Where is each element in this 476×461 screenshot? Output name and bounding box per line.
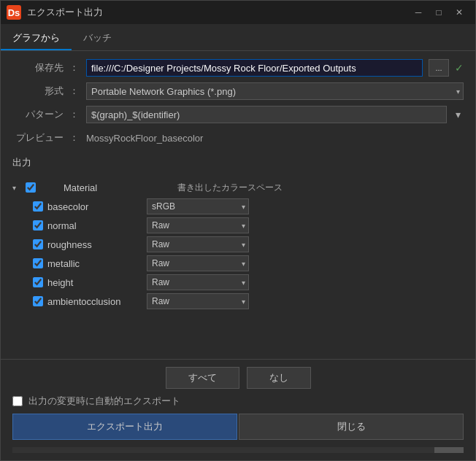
scrollbar-area xyxy=(12,447,464,453)
preview-colon: ： xyxy=(69,131,79,144)
minimize-button[interactable]: ─ xyxy=(408,4,429,21)
height-colorspace-select[interactable]: Raw sRGB Linear xyxy=(147,274,249,290)
tree-row: roughness Raw sRGB Linear xyxy=(20,235,464,254)
output-row: 出力 xyxy=(12,152,464,171)
basecolor-checkbox[interactable] xyxy=(33,201,43,212)
roughness-checkbox[interactable] xyxy=(33,239,43,249)
tab-batch[interactable]: バッチ xyxy=(72,27,123,50)
main-content: 保存先 ： ... ✓ 形式 ： Portable Network Graphi… xyxy=(1,51,475,359)
normal-colorspace-select[interactable]: Raw sRGB Linear xyxy=(147,217,249,233)
height-colorspace-select-wrapper: Raw sRGB Linear xyxy=(147,274,249,290)
save-label: 保存先 xyxy=(12,61,64,74)
metallic-colorspace-select[interactable]: Raw sRGB Linear xyxy=(147,255,249,271)
maximize-button[interactable]: □ xyxy=(429,4,449,21)
export-button[interactable]: エクスポート出力 xyxy=(12,414,237,440)
title-bar: Ds エクスポート出力 ─ □ ✕ xyxy=(1,1,475,24)
format-colon: ： xyxy=(69,85,79,98)
basecolor-colorspace-select-wrapper: sRGB Raw Linear xyxy=(147,198,249,214)
window-controls: ─ □ ✕ xyxy=(408,4,469,21)
material-expand-icon[interactable]: ▾ xyxy=(12,184,21,192)
roughness-label: roughness xyxy=(47,239,142,250)
pattern-row: パターン ： ▾ xyxy=(12,105,464,124)
scrollbar-thumb[interactable] xyxy=(434,447,464,453)
pattern-colon: ： xyxy=(69,108,79,121)
normal-label: normal xyxy=(47,220,142,231)
app-icon: Ds xyxy=(7,5,21,20)
tree-row: normal Raw sRGB Linear xyxy=(20,216,464,235)
preview-value: MossyRockFloor_basecolor xyxy=(86,133,203,144)
basecolor-colorspace-select[interactable]: sRGB Raw Linear xyxy=(147,198,249,214)
pattern-expand-button[interactable]: ▾ xyxy=(453,107,464,122)
format-label: 形式 xyxy=(12,85,64,98)
save-path-input[interactable] xyxy=(86,59,423,77)
output-label: 出力 xyxy=(12,156,31,169)
roughness-colorspace-select[interactable]: Raw sRGB Linear xyxy=(147,236,249,252)
close-window-button[interactable]: ✕ xyxy=(449,4,469,21)
ambientocclusion-checkbox[interactable] xyxy=(33,296,43,306)
all-none-row: すべて なし xyxy=(12,367,464,389)
save-path-row: 保存先 ： ... ✓ xyxy=(12,58,464,77)
material-group-checkbox[interactable] xyxy=(26,182,36,193)
main-window: Ds エクスポート出力 ─ □ ✕ グラフから バッチ 保存先 ： ... ✓ … xyxy=(0,0,476,461)
height-label: height xyxy=(47,277,142,288)
tree-container: ▾ Material 書き出したカラースペース basecolor sR xyxy=(12,178,464,311)
normal-colorspace-select-wrapper: Raw sRGB Linear xyxy=(147,217,249,233)
material-header-row: ▾ Material 書き出したカラースペース xyxy=(12,178,464,197)
window-title: エクスポート出力 xyxy=(27,6,408,19)
save-colon: ： xyxy=(69,61,79,74)
metallic-label: metallic xyxy=(47,258,142,269)
material-group-label: Material xyxy=(64,182,158,193)
ambientocclusion-colorspace-select[interactable]: Raw sRGB Linear xyxy=(147,293,249,309)
auto-export-label: 出力の変更時に自動的エクスポート xyxy=(28,395,180,408)
tree-row: height Raw sRGB Linear xyxy=(20,273,464,292)
basecolor-label: basecolor xyxy=(47,201,142,212)
tree-row: ambientocclusion Raw sRGB Linear xyxy=(20,292,464,311)
format-select[interactable]: Portable Network Graphics (*.png) xyxy=(86,82,464,100)
bottom-bar: すべて なし 出力の変更時に自動的エクスポート エクスポート出力 閉じる xyxy=(1,359,475,460)
tree-row: basecolor sRGB Raw Linear xyxy=(20,197,464,216)
check-icon: ✓ xyxy=(455,62,464,74)
action-row: エクスポート出力 閉じる xyxy=(12,414,464,440)
tab-bar: グラフから バッチ xyxy=(1,24,475,51)
colorspace-column-header: 書き出したカラースペース xyxy=(177,182,283,194)
browse-button[interactable]: ... xyxy=(429,59,449,77)
ambientocclusion-colorspace-select-wrapper: Raw sRGB Linear xyxy=(147,293,249,309)
height-checkbox[interactable] xyxy=(33,277,43,287)
metallic-colorspace-select-wrapper: Raw sRGB Linear xyxy=(147,255,249,271)
all-button[interactable]: すべて xyxy=(166,367,239,389)
close-dialog-button[interactable]: 閉じる xyxy=(239,414,464,440)
tree-row: metallic Raw sRGB Linear xyxy=(20,254,464,273)
preview-label: プレビュー xyxy=(12,131,64,144)
pattern-label: パターン xyxy=(12,108,64,121)
pattern-input[interactable] xyxy=(86,106,447,123)
metallic-checkbox[interactable] xyxy=(33,258,43,268)
normal-checkbox[interactable] xyxy=(33,220,43,230)
tab-graph[interactable]: グラフから xyxy=(1,27,72,50)
roughness-colorspace-select-wrapper: Raw sRGB Linear xyxy=(147,236,249,252)
material-items: basecolor sRGB Raw Linear xyxy=(20,197,464,311)
auto-export-checkbox[interactable] xyxy=(12,396,23,406)
format-row: 形式 ： Portable Network Graphics (*.png) xyxy=(12,82,464,101)
preview-row: プレビュー ： MossyRockFloor_basecolor xyxy=(12,128,464,147)
output-section: ▾ Material 書き出したカラースペース basecolor sR xyxy=(12,175,464,352)
ambientocclusion-label: ambientocclusion xyxy=(47,296,142,307)
auto-export-row: 出力の変更時に自動的エクスポート xyxy=(12,395,464,408)
none-button[interactable]: なし xyxy=(247,367,311,389)
format-select-wrapper: Portable Network Graphics (*.png) xyxy=(86,82,464,100)
